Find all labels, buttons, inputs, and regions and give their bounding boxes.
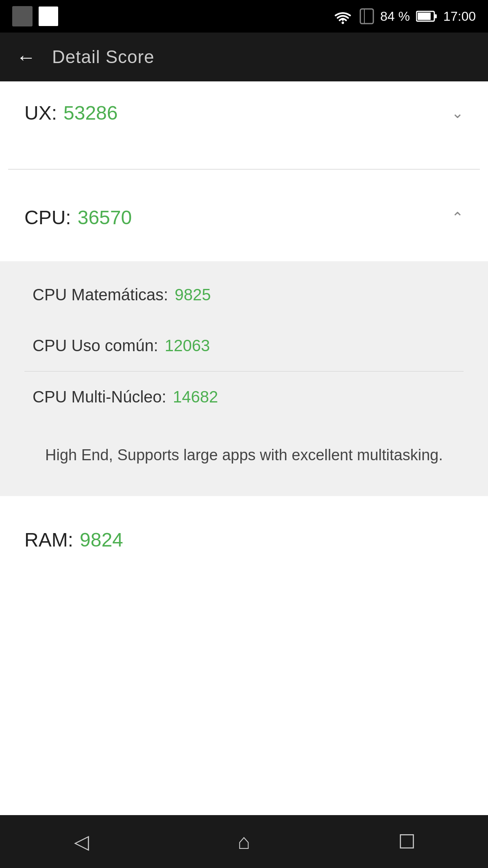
cpu-multinucleo-value: 14682 [173,388,218,406]
ux-label-group: UX: 53286 [24,102,118,124]
cpu-multinucleo-label: CPU Multi-Núcleo: [33,388,166,406]
cpu-description: High End, Supports large apps with excel… [0,422,488,488]
content-area: UX: 53286 ⌄ CPU: 36570 ⌃ CPU Matemáticas… [0,81,488,575]
signal-icon [359,8,374,24]
cpu-detail-panel: CPU Matemáticas: 9825 CPU Uso común: 120… [0,261,488,496]
battery-icon [416,10,437,23]
cpu-matematicas-row: CPU Matemáticas: 9825 [0,269,488,320]
ram-label-group: RAM: 9824 [24,529,123,551]
ux-label: UX: [24,102,57,124]
cpu-multinucleo-row: CPU Multi-Núcleo: 14682 [0,372,488,422]
cpu-label-group: CPU: 36570 [24,206,132,229]
cpu-value: 36570 [78,206,132,229]
nav-back-button[interactable]: ◁ [65,825,98,858]
ux-chevron-down-icon[interactable]: ⌄ [451,105,464,122]
nav-bar: ◁ ⌂ ☐ [0,815,488,868]
svg-rect-5 [435,14,437,18]
nav-home-button[interactable]: ⌂ [228,825,260,858]
cpu-matematicas-label: CPU Matemáticas: [33,286,168,304]
app-bar: ← Detail Score [0,33,488,81]
nav-recents-button[interactable]: ☐ [390,825,423,858]
cpu-section-row[interactable]: CPU: 36570 ⌃ [0,186,488,249]
wifi-icon [332,8,353,24]
battery-percentage: 84 % [380,9,410,24]
ram-section-row[interactable]: RAM: 9824 [0,496,488,575]
square-icon [39,7,58,26]
svg-rect-1 [360,9,373,24]
clock: 17:00 [443,9,476,24]
cpu-chevron-up-icon[interactable]: ⌃ [451,209,464,226]
cpu-uso-value: 12063 [165,337,210,355]
back-button[interactable]: ← [16,46,36,68]
ram-value: 9824 [80,529,123,551]
cpu-label: CPU: [24,206,71,229]
ux-section-row[interactable]: UX: 53286 ⌄ [0,81,488,144]
thumbnail-icon [12,6,33,26]
cpu-uso-label: CPU Uso común: [33,337,158,355]
svg-rect-4 [418,13,431,20]
svg-point-0 [342,22,344,24]
cpu-uso-row: CPU Uso común: 12063 [0,320,488,371]
ram-label: RAM: [24,529,73,551]
page-title: Detail Score [52,47,155,67]
ux-value: 53286 [63,102,118,124]
cpu-matematicas-value: 9825 [174,286,211,304]
status-bar: 84 % 17:00 [0,0,488,33]
